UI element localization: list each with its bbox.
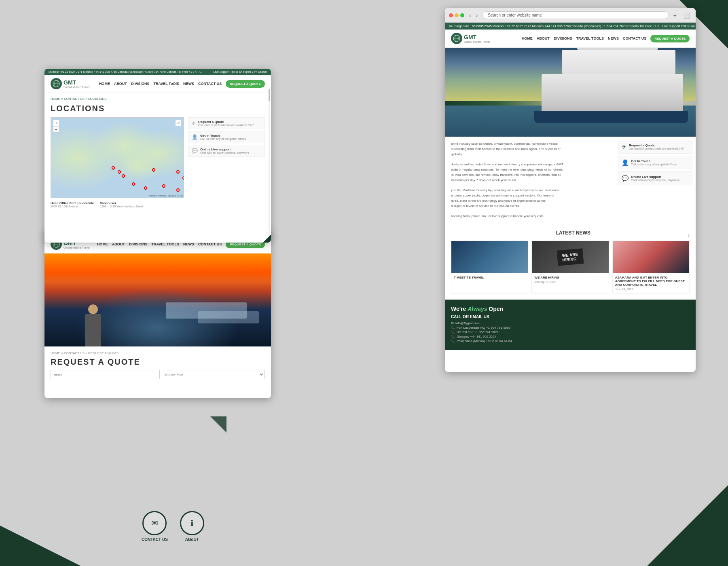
email-input[interactable] [51,370,156,379]
office-vancouver-addr: 1201 – 1199 West Hastings Street [100,205,143,208]
quote-nav-divisions[interactable]: DIVISIONS [129,242,148,246]
card-live-title: Online Live support [631,175,680,179]
enquiry-type-select[interactable]: Enquiry Type [159,370,265,379]
quote-nav-travel-tools[interactable]: TRAVEL TOOLS [151,242,179,246]
card-request-quote[interactable]: ✈ Request a Quote Our team of profession… [618,140,692,154]
maximize-button[interactable] [460,13,464,17]
open-text: Open [489,306,503,312]
map-zoom-out[interactable]: − [53,126,59,133]
about-paragraph: arine industry such as cruise, private y… [451,142,609,219]
locations-quote-button[interactable]: REQUEST A QUOTE [226,80,265,88]
quote-breadcrumb: HOME » CONTACT US » REQUEST A QUOTE [51,351,265,355]
loc-nav-divisions[interactable]: DIVISIONS [131,82,150,86]
windows-button[interactable]: ⬜ [681,11,692,19]
news-section: LATEST NEWS › T MEET TE TRAVEL WE AREHIR… [445,224,696,300]
loc-nav-contact[interactable]: CONTACT US [198,82,222,86]
quote-nav-about[interactable]: ABOUT [112,242,125,246]
mini-card-touch[interactable]: 👤 Get in Touch Call us from any of our g… [188,131,265,143]
map-zoom-in[interactable]: + [53,120,59,126]
about-icon: ℹ [180,511,204,535]
loc-nav-news[interactable]: NEWS [183,82,194,86]
card-quote-sub: Our team of professionals are available … [629,147,684,150]
minimize-button[interactable] [455,13,459,17]
news-card-title-1: T MEET TE TRAVEL [454,276,525,279]
contact-us-label: CONTACT US [142,537,168,542]
locations-right-panel: ✈ Request a Quote Our team of profession… [188,117,265,198]
loc-nav-home[interactable]: HOME [99,82,110,86]
loc-nav-about[interactable]: ABOUT [114,82,127,86]
contact-us-icon-block[interactable]: ✉ CONTACT US [142,511,168,542]
card-touch-sub: Call us from any of our global offices [631,163,677,166]
hiring-badge: WE AREHIRING [557,248,584,266]
browser-window-quote: Singapore +65 6885 0545 Mumbai +91 22 68… [44,228,271,398]
locations-scrollbar[interactable] [269,89,270,242]
email-icon: ✉ [451,321,454,325]
topbar-phones: 64: Singapore +65 6885 5545 Mumbai +91 2… [449,24,662,28]
news-grid: T MEET TE TRAVEL WE AREHIRING WE ARE HIR… [451,241,690,294]
close-button[interactable] [449,13,453,17]
nav-news[interactable]: NEWS [608,36,619,40]
mini-chat-icon: 💬 [192,148,198,154]
news-image-3 [613,241,689,273]
always-open-title: We're Always Open [451,306,690,312]
locations-topbar-phones: Mumbai +91 22 6827 7171 Monaco +44 141 3… [49,70,202,73]
nav-about[interactable]: ABOUT [537,36,550,40]
quote-nav-home[interactable]: HOME [97,242,108,246]
mini-card-quote[interactable]: ✈ Request a Quote Our team of profession… [188,117,265,129]
card-touch-text: Get in Touch Call us from any of our glo… [631,159,677,166]
back-button[interactable]: ‹ [468,11,473,19]
map-expand-button[interactable]: ⤢ [175,120,182,126]
url-bar[interactable]: Search or enter website name [483,11,668,19]
person-body [85,314,101,346]
nav-home[interactable]: HOME [522,36,533,40]
locations-logo-text: GMT [63,79,90,86]
phone-icon-1: 📞 [451,326,455,329]
quote-nav-news[interactable]: NEWS [183,242,194,246]
locations-navbar: GMT Global Marine Travel HOME ABOUT DIVI… [44,75,271,93]
bottom-icons-row: ✉ CONTACT US ℹ ABoUT [142,511,204,542]
person-silhouette [85,304,101,346]
logo-subtitle: Global Marine Travel [464,40,490,43]
page-fold-decoration [263,234,271,243]
office-lauderdale: Head Office Fort Lauderdale 1800 SE 10th… [51,201,94,208]
quote-logo-sub: Global Marine Travel [63,246,90,249]
contact-email: info@flygmt.com [455,321,480,325]
nav-contact[interactable]: CONTACT US [623,36,646,40]
forward-button[interactable]: › [474,11,480,19]
quote-nav-contact[interactable]: CONTACT US [198,242,222,246]
news-card-3: AZAMARA AND GMT ENTER INTO AGREEMENT TO … [612,241,690,294]
office-addresses: Head Office Fort Lauderdale 1800 SE 10th… [51,201,265,208]
corner-decoration-br [647,485,728,566]
loc-nav-travel-tools[interactable]: TRAVEL ToOlS [153,82,179,86]
mini-person-icon: 👤 [192,134,198,140]
mini-card-live[interactable]: 💬 Online Live support Chat with an exper… [188,145,265,157]
mini-live-sub: Chat with an expert anytime, anywhere [200,151,249,154]
request-quote-button[interactable]: REQUEST A QUOTE [650,35,690,42]
contact-section: We're Always Open CALL OR EMAIL US ✉ inf… [445,300,696,350]
quote-form-section: HOME » CONTACT US » REQUEST A QUOTE REQU… [44,346,271,384]
contact-manila: Philippines (Manila) +63 2 89 64 64 64 [457,339,512,343]
corner-decoration-bl [0,526,81,566]
browser-window-main: ‹ › Search or enter website name + ⬜ 64:… [445,8,696,372]
we-are-text: We're [451,306,468,312]
phone-icon-2: 📞 [451,330,455,334]
news-card-date-3: June 29, 2022 [615,288,687,291]
nav-travel-tools[interactable]: TRAVEL TOOLS [576,36,604,40]
contact-email-line: ✉ info@flygmt.com [451,321,690,325]
world-map[interactable]: + − ⤢ Keyboard shortcuts | Map data ©202… [51,117,184,198]
site-navbar: GMT Global Marine Travel HOME ABOUT DIVI… [445,30,696,48]
new-tab-button[interactable]: + [672,11,678,19]
nav-divisions[interactable]: DIVISIONS [554,36,572,40]
office-vancouver-name: Vancouver [100,201,143,205]
card-live-support[interactable]: 💬 Online Live support Chat with an exper… [618,171,692,185]
card-get-in-touch[interactable]: 👤 Get in Touch Call us from any of our g… [618,156,692,169]
mini-plane-icon: ✈ [192,120,196,126]
news-card-body-2: WE ARE HIRING January 18, 2023 [532,273,608,286]
quote-form-row: Enquiry Type [51,370,265,379]
triangle-decoration [210,416,226,433]
contact-toll-line: 📞 US Toll free +1 866 741 9872 [451,330,690,334]
locations-page-title: LOCATIONS [51,104,265,113]
locations-logo-icon [51,78,62,89]
about-icon-block[interactable]: ℹ ABoUT [180,511,204,542]
news-next-button[interactable]: › [688,232,690,239]
